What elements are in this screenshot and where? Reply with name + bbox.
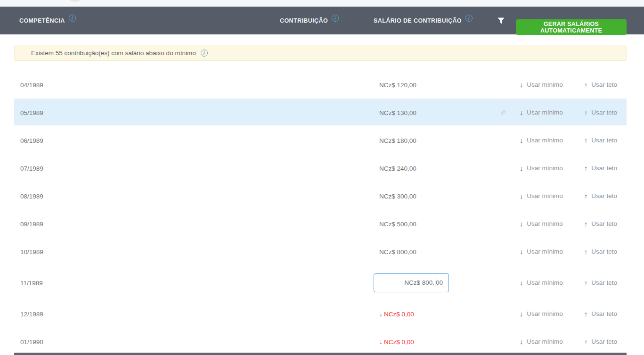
top-strip (0, 0, 644, 7)
salario-value-cell[interactable]: NCz$ 800,00 (374, 273, 449, 292)
column-header-label: CONTRIBUIÇÃO (280, 17, 328, 24)
up-arrow-icon: ↑ (584, 81, 587, 89)
use-minimum-link[interactable]: ↓ Usar mínimo (520, 220, 563, 228)
use-minimum-link[interactable]: ↓ Usar mínimo (520, 109, 563, 116)
table-row: 12/1989 ↓NCz$ 0,00 ↓ Usar mínimo ↑ Usar … (0, 300, 644, 328)
next-section-edge (14, 353, 627, 355)
use-ceiling-label: Usar teto (591, 338, 617, 345)
use-ceiling-link[interactable]: ↑ Usar teto (584, 279, 617, 287)
column-header-label: COMPETÊNCIA (19, 17, 65, 24)
column-header-label: SALÁRIO DE CONTRIBUIÇÃO (374, 17, 462, 24)
salario-value-cell[interactable]: NCz$ 180,00 (379, 137, 416, 144)
use-ceiling-link[interactable]: ↑ Usar teto (584, 338, 617, 346)
salario-value-cell[interactable]: NCz$ 800,00 (379, 248, 416, 255)
use-minimum-link[interactable]: ↓ Usar mínimo (520, 279, 563, 287)
use-minimum-label: Usar mínimo (527, 338, 563, 345)
use-minimum-link[interactable]: ↓ Usar mínimo (520, 81, 563, 89)
below-minimum-alert: Existem 55 contribuição(es) com salário … (14, 45, 627, 61)
use-minimum-label: Usar mínimo (527, 109, 563, 116)
down-arrow-icon: ↓ (520, 109, 523, 116)
use-minimum-link[interactable]: ↓ Usar mínimo (520, 165, 563, 172)
competencia-cell: 10/1989 (20, 248, 43, 255)
use-ceiling-link[interactable]: ↑ Usar teto (584, 220, 617, 228)
salario-value-cell[interactable]: ↓NCz$ 0,00 (379, 338, 414, 346)
competencia-cell: 06/1989 (20, 137, 43, 144)
up-arrow-icon: ↑ (584, 192, 587, 200)
info-icon[interactable]: i (332, 15, 339, 22)
funnel-glyph (497, 17, 505, 24)
use-ceiling-link[interactable]: ↑ Usar teto (584, 192, 617, 200)
use-minimum-label: Usar mínimo (527, 81, 563, 88)
use-minimum-link[interactable]: ↓ Usar mínimo (520, 192, 563, 200)
use-minimum-label: Usar mínimo (527, 279, 563, 286)
competencia-cell: 07/1989 (20, 165, 43, 172)
table-row: 07/1989 NCz$ 240,00 ↓ Usar mínimo ↑ Usar… (0, 154, 644, 182)
use-minimum-link[interactable]: ↓ Usar mínimo (520, 248, 563, 256)
use-ceiling-link[interactable]: ↑ Usar teto (584, 248, 617, 256)
up-arrow-icon: ↑ (584, 220, 587, 228)
table-header: COMPETÊNCIA i CONTRIBUIÇÃO i SALÁRIO DE … (0, 7, 644, 34)
up-arrow-icon: ↑ (584, 279, 587, 287)
use-minimum-link[interactable]: ↓ Usar mínimo (520, 137, 563, 144)
generate-salaries-button[interactable]: GERAR SALÁRIOS AUTOMATICAMENTE (516, 19, 627, 35)
column-header-contribuicao: CONTRIBUIÇÃO i (280, 7, 339, 34)
use-ceiling-link[interactable]: ↑ Usar teto (584, 165, 617, 172)
down-arrow-icon: ↓ (520, 338, 523, 346)
use-ceiling-label: Usar teto (591, 109, 617, 116)
salario-value-cell[interactable]: ↓NCz$ 0,00 (379, 310, 414, 318)
salario-value-cell[interactable]: NCz$ 300,00 (379, 192, 416, 199)
salario-value-cell[interactable]: NCz$ 500,00 (379, 220, 416, 227)
use-minimum-label: Usar mínimo (527, 192, 563, 199)
use-minimum-label: Usar mínimo (527, 137, 563, 144)
up-arrow-icon: ↑ (584, 338, 587, 346)
use-minimum-label: Usar mínimo (527, 248, 563, 255)
competencia-cell: 12/1989 (20, 310, 43, 317)
use-ceiling-label: Usar teto (591, 81, 617, 88)
competencia-cell: 01/1990 (20, 338, 43, 345)
up-arrow-icon: ↑ (584, 310, 587, 318)
column-header-competencia: COMPETÊNCIA i (19, 7, 76, 34)
use-ceiling-link[interactable]: ↑ Usar teto (584, 109, 617, 116)
contributions-screen: COMPETÊNCIA i CONTRIBUIÇÃO i SALÁRIO DE … (0, 0, 644, 355)
competencia-cell: 11/1989 (20, 279, 43, 286)
info-icon[interactable]: i (465, 15, 473, 22)
contributions-table-body: 04/1989 NCz$ 120,00 ↓ Usar mínimo ↑ Usar… (0, 71, 644, 355)
down-arrow-icon: ↓ (520, 279, 523, 287)
use-ceiling-label: Usar teto (591, 310, 617, 317)
use-ceiling-link[interactable]: ↑ Usar teto (584, 81, 617, 89)
up-arrow-icon: ↑ (584, 248, 587, 256)
use-minimum-link[interactable]: ↓ Usar mínimo (520, 338, 563, 346)
table-row: 06/1989 NCz$ 180,00 ↓ Usar mínimo ↑ Usar… (0, 126, 644, 154)
up-arrow-icon: ↑ (584, 109, 587, 116)
table-row: 05/1989 NCz$ 130,00 ✎ ↓ Usar mínimo ↑ Us… (0, 99, 644, 126)
use-ceiling-link[interactable]: ↑ Usar teto (584, 137, 617, 144)
use-minimum-label: Usar mínimo (527, 220, 563, 227)
filter-funnel-icon[interactable] (497, 7, 505, 34)
salario-input[interactable]: NCz$ 800,00 (374, 273, 449, 292)
use-ceiling-label: Usar teto (591, 192, 617, 199)
text-caret (435, 279, 435, 287)
use-minimum-link[interactable]: ↓ Usar mínimo (520, 310, 563, 318)
use-ceiling-link[interactable]: ↑ Usar teto (584, 310, 617, 318)
up-arrow-icon: ↑ (584, 165, 587, 172)
use-ceiling-label: Usar teto (591, 220, 617, 227)
info-icon[interactable]: i (69, 15, 76, 22)
use-minimum-label: Usar mínimo (527, 165, 563, 172)
use-ceiling-label: Usar teto (591, 248, 617, 255)
down-arrow-icon: ↓ (379, 338, 383, 346)
table-row: 09/1989 NCz$ 500,00 ↓ Usar mínimo ↑ Usar… (0, 210, 644, 238)
use-ceiling-label: Usar teto (591, 165, 617, 172)
edit-pencil-icon[interactable]: ✎ (500, 108, 506, 117)
table-row: 10/1989 NCz$ 800,00 ↓ Usar mínimo ↑ Usar… (0, 238, 644, 265)
salario-value-cell[interactable]: NCz$ 240,00 (379, 165, 416, 172)
down-arrow-icon: ↓ (520, 192, 523, 200)
salario-value-cell[interactable]: NCz$ 120,00 (379, 81, 416, 88)
table-row: 11/1989 NCz$ 800,00 ↓ Usar mínimo ↑ Usar… (0, 265, 644, 300)
salario-value-cell[interactable]: NCz$ 130,00 (379, 109, 416, 116)
info-icon[interactable]: i (201, 50, 208, 57)
down-arrow-icon: ↓ (520, 248, 523, 256)
competencia-cell: 08/1989 (20, 192, 43, 199)
use-minimum-label: Usar mínimo (527, 310, 563, 317)
alert-text: Existem 55 contribuição(es) com salário … (31, 50, 196, 57)
down-arrow-icon: ↓ (520, 81, 523, 89)
